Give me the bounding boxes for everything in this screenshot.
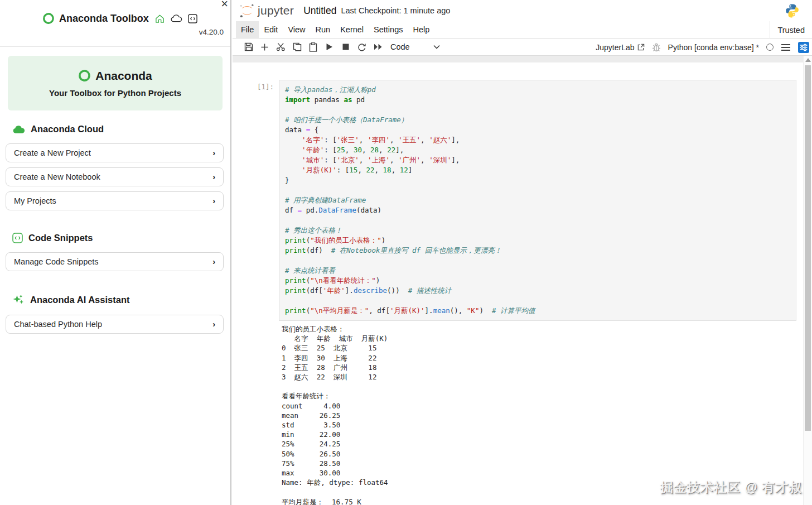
kernel-status-icon — [766, 44, 774, 51]
menu-bar: File Edit View Run Kernel Settings Help … — [233, 21, 812, 39]
section-heading-label: Anaconda AI Assistant — [30, 295, 129, 305]
button-label: My Projects — [14, 196, 56, 205]
jupyter-notebook-panel: jupyter Untitled Last Checkpoint: 1 minu… — [233, 0, 812, 505]
chevron-down-icon — [433, 45, 440, 49]
code-line — [285, 296, 790, 306]
code-line: print(df['年龄'].describe()) # 描述性统计 — [285, 286, 790, 296]
code-line: # 秀出这个表格！ — [285, 225, 790, 235]
scrollbar-up-arrow-icon[interactable] — [805, 58, 811, 62]
scrollbar-thumb[interactable] — [805, 65, 811, 431]
anaconda-banner: Anaconda Your Toolbox for Python Project… — [8, 56, 223, 110]
code-line: import pandas as pd — [285, 95, 790, 105]
chevron-right-icon: › — [212, 320, 215, 329]
kernel-name-label[interactable]: Python [conda env:base] * — [668, 43, 759, 52]
notebook-scrollbar[interactable] — [803, 56, 812, 505]
menu-edit[interactable]: Edit — [259, 21, 283, 38]
chevron-right-icon: › — [212, 172, 215, 181]
cloud-icon[interactable] — [171, 14, 182, 23]
stop-kernel-icon[interactable] — [337, 44, 354, 50]
chevron-right-icon: › — [212, 257, 215, 266]
sidebar-header: Anaconda Toolbox v4.20.0 — [0, 0, 230, 47]
output-line: mean 26.25 — [282, 411, 388, 420]
button-label: Create a New Notebook — [14, 172, 100, 181]
section-heading-anaconda-cloud: Anaconda Cloud — [12, 124, 230, 134]
add-cell-icon[interactable] — [257, 43, 273, 51]
code-line: print("我们的员工小表格：") — [285, 235, 790, 246]
code-line: '月薪(K)': [15, 22, 18, 12] — [285, 165, 790, 175]
menu-view[interactable]: View — [283, 21, 310, 38]
checkpoint-label: Last Checkpoint: 1 minute ago — [341, 6, 450, 15]
chevron-right-icon: › — [212, 196, 215, 205]
output-line: 1 李四 30 上海 22 — [282, 353, 388, 363]
cell-type-dropdown[interactable]: Code — [390, 42, 440, 51]
hamburger-menu-icon[interactable] — [781, 44, 791, 51]
create-new-notebook-button[interactable]: Create a New Notebook › — [6, 167, 224, 186]
restart-run-all-icon[interactable] — [370, 44, 386, 50]
notebook-title[interactable]: Untitled — [303, 5, 336, 17]
notebook-header: jupyter Untitled Last Checkpoint: 1 minu… — [233, 0, 812, 21]
chevron-right-icon: › — [212, 148, 215, 157]
notebook-content: [1]: # 导入pandas，江湖人称pdimport pandas as p… — [233, 56, 812, 505]
version-label: v4.20.0 — [199, 28, 224, 36]
content-top-strip — [233, 56, 803, 62]
restart-kernel-icon[interactable] — [354, 43, 370, 51]
code-line — [285, 185, 790, 195]
run-cell-icon[interactable] — [321, 43, 337, 51]
code-cell-editor[interactable]: # 导入pandas，江湖人称pdimport pandas as pd # 咱… — [279, 80, 796, 321]
banner-title: Anaconda — [95, 69, 152, 83]
output-line: 2 王五 28 广州 18 — [282, 363, 388, 372]
code-line: df = pd.DataFrame(data) — [285, 205, 790, 215]
paste-icon[interactable] — [305, 42, 321, 52]
create-new-project-button[interactable]: Create a New Project › — [6, 143, 224, 162]
button-label: Manage Code Snippets — [14, 257, 99, 266]
output-line: 平均月薪是： 16.75 K — [282, 497, 388, 505]
cut-icon[interactable] — [273, 42, 289, 51]
output-line: 名字 年龄 城市 月薪(K) — [282, 334, 388, 343]
python-logo-icon — [785, 3, 800, 18]
my-projects-button[interactable]: My Projects › — [6, 191, 224, 210]
code-line — [285, 256, 790, 266]
trusted-button[interactable]: Trusted — [770, 21, 812, 39]
external-link-icon — [637, 44, 645, 51]
code-line: '城市': ['北京', '上海', '广州', '深圳'], — [285, 155, 790, 165]
jupyter-brand-text: jupyter — [258, 4, 294, 17]
jupyterlab-link[interactable]: JupyterLab — [596, 43, 644, 52]
debugger-icon[interactable] — [652, 43, 661, 52]
code-line: '名字': ['张三', '李四', '王五', '赵六'], — [285, 135, 790, 145]
output-line: max 30.00 — [282, 468, 388, 478]
section-heading-label: Anaconda Cloud — [31, 124, 104, 134]
anaconda-banner-logo-icon — [78, 69, 91, 82]
save-icon[interactable] — [240, 42, 257, 51]
code-line: print("\n平均月薪是：", df['月薪(K)'].mean(), "K… — [285, 306, 790, 316]
menu-help[interactable]: Help — [408, 21, 434, 38]
output-line: 3 赵六 22 深圳 12 — [282, 372, 388, 382]
jupyter-logo: jupyter — [239, 2, 294, 19]
menu-kernel[interactable]: Kernel — [335, 21, 369, 38]
chat-based-python-help-button[interactable]: Chat-based Python Help › — [6, 315, 224, 334]
button-label: Chat-based Python Help — [14, 320, 102, 329]
code-line: print(df) # 在Notebook里直接写 df 回车也能显示，更漂亮！ — [285, 246, 790, 256]
cell-type-value: Code — [390, 42, 410, 51]
code-brackets-icon[interactable] — [188, 14, 197, 23]
watermark-text: 掘金技术社区 @ 有才叔 — [660, 479, 802, 496]
menu-file[interactable]: File — [236, 21, 259, 38]
output-line: Name: 年龄, dtype: float64 — [282, 478, 388, 487]
output-line: 75% 28.50 — [282, 459, 388, 468]
menu-settings[interactable]: Settings — [369, 21, 408, 38]
output-line: 25% 24.25 — [282, 439, 388, 449]
code-snippet-icon — [12, 233, 23, 243]
code-line — [285, 105, 790, 115]
code-line: # 咱们手搓一个小表格（DataFrame） — [285, 115, 790, 125]
home-icon[interactable] — [154, 13, 165, 24]
output-line: std 3.50 — [282, 420, 388, 430]
menu-run[interactable]: Run — [311, 21, 336, 38]
cell-output: 我们的员工小表格： 名字 年龄 城市 月薪(K)0 张三 25 北京 151 李… — [282, 324, 388, 505]
output-line: min 22.00 — [282, 430, 388, 439]
copy-icon[interactable] — [289, 42, 305, 51]
anaconda-logo-icon — [42, 12, 55, 25]
manage-code-snippets-button[interactable]: Manage Code Snippets › — [6, 252, 224, 271]
cloud-filled-icon — [12, 124, 25, 134]
output-line: 我们的员工小表格： — [282, 324, 388, 334]
code-line — [285, 215, 790, 225]
property-inspector-icon[interactable] — [798, 42, 809, 53]
